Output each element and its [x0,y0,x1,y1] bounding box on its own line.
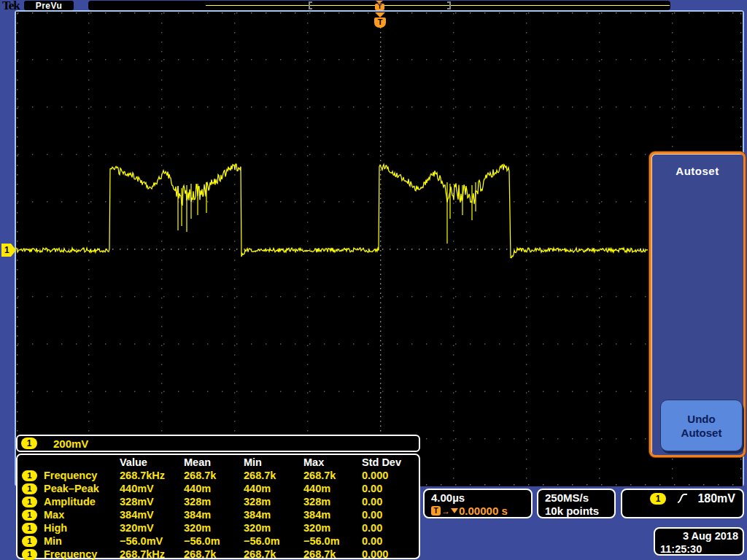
measurement-max: 268.7k [303,548,362,560]
menu-title: Autoset [651,165,743,177]
autoset-menu-panel: Autoset Undo Autoset [649,152,746,457]
col-max: Max [303,456,362,468]
measurement-value: 268.7kHz [120,470,184,481]
channel1-ground-marker: 1 [1,244,16,257]
channel1-badge: 1 [22,536,37,547]
measurement-max: 440m [303,483,362,494]
measurement-min: −56.0m [244,535,303,547]
acquisition-readout: 250MS/s 10k points [537,489,616,518]
trigger-t-icon: T [431,506,441,516]
tek-logo: Tek [2,0,20,13]
rising-edge-icon [676,492,689,505]
channel1-badge: 1 [22,523,37,534]
trigger-readout: 1 180mV [621,489,744,518]
measurement-name: Amplitude [44,496,120,508]
measurement-name: Min [44,535,120,547]
measurement-stddev: 0.000 [362,470,419,481]
undo-autoset-label-line1: Undo [661,412,742,426]
table-row: 1 Amplitude 328mV 328m 328m 328m 0.00 [22,495,419,508]
measurement-mean: 384m [184,509,244,521]
oscilloscope-screen: Tek PreVu T T 1 1 200mV Value Mean Min M… [0,0,747,560]
measurement-mean: 320m [184,522,244,534]
trigger-point-t-icon: T [374,18,386,28]
measurement-value: 440mV [120,483,184,494]
trigger-level-value: 180mV [697,492,735,505]
measurement-mean: 268.7k [184,548,244,560]
undo-autoset-label-line2: Autoset [661,426,742,440]
measurement-value: −56.0mV [120,535,184,547]
trigger-position-t-icon: T [375,4,384,10]
record-length: 10k points [545,505,614,518]
measurement-min: 384m [244,509,303,521]
channel1-scale-readout: 1 200mV [16,435,420,452]
channel1-badge: 1 [22,510,37,521]
waveform-display-area [16,12,743,486]
table-row: 1 Frequency 268.7kHz 268.7k 268.7k 268.7… [22,548,419,560]
measurement-value: 328mV [120,496,184,508]
measurement-mean: −56.0m [184,535,244,547]
measurement-value: 320mV [120,522,184,534]
window-start-bracket-icon [309,1,312,9]
measurement-stddev: 0.00 [362,483,419,494]
measurement-stddev: 0.00 [362,535,419,547]
measurement-stddev: 0.00 [362,522,419,534]
horizontal-position-value: 0.00000 s [459,505,508,517]
measurement-stddev: 0.000 [362,548,419,560]
measurement-name: Peak–Peak [44,483,120,494]
channel1-badge: 1 [21,438,37,449]
time-value: 11:25:30 [660,542,738,556]
table-row: 1 Frequency 268.7kHz 268.7k 268.7k 268.7… [22,469,419,482]
measurement-name: High [44,522,120,534]
measurement-mean: 328m [184,496,244,508]
channel1-badge: 1 [22,549,37,560]
table-row: 1 Max 384mV 384m 384m 384m 0.00 [22,508,419,521]
measurement-max: 268.7k [303,470,362,481]
measurement-name: Frequency [44,470,120,481]
record-length-line [206,5,670,6]
window-end-bracket-icon [447,1,451,9]
measurement-min: 268.7k [244,470,303,481]
measurement-mean: 440m [184,483,244,494]
col-value: Value [120,456,184,468]
undo-autoset-button[interactable]: Undo Autoset [660,400,743,451]
measurement-value: 384mV [120,509,184,521]
measurement-name: Max [44,509,120,521]
measurement-stddev: 0.00 [362,509,419,521]
measurement-value: 268.7kHz [120,548,184,560]
channel1-badge: 1 [22,470,37,481]
measurement-table: Value Mean Min Max Std Dev 1 Frequency 2… [16,454,420,559]
table-row: 1 Peak–Peak 440mV 440m 440m 440m 0.00 [22,482,419,495]
measurement-min: 440m [244,483,303,494]
channel1-badge: 1 [22,497,37,508]
channel1-volts-per-div: 200mV [53,438,88,450]
measurement-max: 384m [303,509,362,521]
measurement-max: −56.0m [303,535,362,547]
record-view-bar: T [88,1,670,10]
col-mean: Mean [184,456,244,468]
measurement-max: 320m [303,522,362,534]
sample-rate: 250MS/s [545,491,614,505]
table-row: 1 Min −56.0mV −56.0m −56.0m −56.0m 0.00 [22,534,419,548]
measurement-mean: 268.7k [184,470,244,481]
measurement-name: Frequency [44,548,120,560]
arrow-right-icon: → [441,506,450,516]
acquisition-status-badge: PreVu [24,1,74,10]
date-value: 3 Aug 2018 [660,529,738,542]
col-min: Min [244,456,303,468]
trigger-point-arrow-icon [375,12,385,18]
table-row: 1 High 320mV 320m 320m 320m 0.00 [22,521,419,534]
time-per-div: 4.00µs [431,491,531,504]
measurement-min: 328m [244,496,303,508]
measurement-header-row: Value Mean Min Max Std Dev [22,456,419,469]
horizontal-readout: 4.00µs T → 0.00000 s [423,489,533,518]
col-stddev: Std Dev [362,456,419,468]
triangle-down-icon [451,508,458,513]
channel1-badge: 1 [650,493,666,505]
measurement-min: 268.7k [244,548,303,560]
measurement-stddev: 0.00 [362,496,419,508]
datetime-readout: 3 Aug 2018 11:25:30 [654,527,744,556]
measurement-min: 320m [244,522,303,534]
measurement-max: 328m [303,496,362,508]
channel1-badge: 1 [22,483,37,494]
